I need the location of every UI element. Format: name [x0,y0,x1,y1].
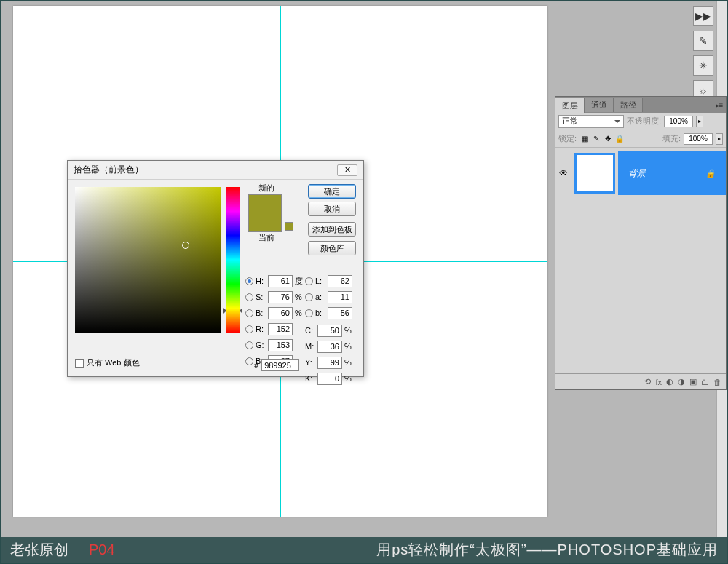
color-libraries-button[interactable]: 颜色库 [308,241,356,255]
radio-b[interactable] [245,309,253,317]
layer-item[interactable]: 👁 背景 🔒 [555,148,726,199]
opacity-flyout-icon[interactable]: ▸ [696,116,703,127]
input-c[interactable]: 50 [317,325,342,337]
value-grid-cmyk: C: 50 % M: 36 % Y: 99 % K: 0 % [305,322,356,386]
swatch-current [249,213,281,231]
input-h[interactable]: 61 [268,275,293,287]
input-r[interactable]: 152 [268,323,293,335]
label-l: L: [315,277,325,285]
hex-prefix: # [254,361,258,370]
input-s[interactable]: 76 [268,291,293,303]
layer-name: 背景 [628,167,646,180]
web-colors-only[interactable]: 只有 Web 颜色 [75,357,140,368]
blend-opacity-row: 正常 不透明度: 100% ▸ [555,113,726,130]
web-colors-label: 只有 Web 颜色 [87,357,140,368]
radio-a[interactable] [305,293,313,301]
radio-l[interactable] [305,277,313,285]
layers-footer: ⟲ fx ◐ ◑ ▣ 🗀 🗑 [555,373,726,389]
saturation-field[interactable] [75,187,221,333]
mask-icon[interactable]: ◐ [666,377,673,386]
history-icon[interactable]: ✎ [693,31,713,51]
label-g: G: [256,341,266,349]
dialog-title: 拾色器（前景色） [74,164,143,176]
link-layers-icon[interactable]: ⟲ [644,377,651,386]
add-swatch-button[interactable]: 添加到色板 [308,222,356,237]
lock-brush-icon[interactable]: ✎ [591,134,601,144]
layer-thumbnail[interactable] [574,153,615,194]
radio-g[interactable] [245,341,253,349]
label-r: R: [256,325,266,333]
radio-bb[interactable] [245,357,253,365]
layer-name-strip[interactable]: 背景 🔒 [618,151,726,195]
lock-position-icon[interactable]: ✥ [603,134,613,144]
input-lab-b[interactable]: 56 [328,307,352,319]
lock-label: 锁定: [558,133,577,144]
web-colors-checkbox[interactable] [75,359,84,368]
label-k: K: [305,374,315,383]
color-picker-dialog: 拾色器（前景色） ✕ 新的 当前 确定 取消 添加到色板 颜色库 [67,160,364,377]
input-m[interactable]: 36 [317,341,342,353]
value-grid-lab: L: 62 a: -11 b: 56 [305,273,352,321]
lock-fill-row: 锁定: ▦ ✎ ✥ 🔒 填充: 100% ▸ [555,130,726,148]
caption-author: 老张原创 [10,540,68,560]
caption-title: 用ps轻松制作“太极图”——PHOTOSHOP基础应用 [376,540,718,560]
panel-tabs: 图层 通道 路径 ▸≡ [555,97,726,113]
caption-page: P04 [89,541,115,558]
cancel-button[interactable]: 取消 [308,202,356,216]
adjustment-icon[interactable]: ✳ [693,55,713,76]
value-grid-left: H: 61 度 S: 76 % B: 60 % [245,273,306,369]
fill-flyout-icon[interactable]: ▸ [716,133,723,145]
input-g[interactable]: 153 [268,339,293,351]
opacity-value[interactable]: 100% [664,116,693,127]
layer-lock-icon: 🔒 [705,169,716,178]
tab-paths[interactable]: 路径 [614,98,643,112]
radio-h[interactable] [245,277,253,285]
hex-input[interactable]: 989925 [261,359,299,371]
color-cursor[interactable] [182,242,189,249]
blend-mode-select[interactable]: 正常 [558,115,624,128]
input-a[interactable]: -11 [328,291,352,303]
layer-list: 👁 背景 🔒 [555,148,726,373]
swatch-new [249,195,281,213]
workspace: ▶▶ ✎ ✳ ☼ 图层 通道 路径 ▸≡ 正常 不透明度: 100% ▸ 锁定:… [1,1,727,537]
label-m: M: [305,342,315,351]
swatch-compare[interactable] [248,194,282,232]
adjustment-layer-icon[interactable]: ◑ [678,377,685,386]
hue-slider-handle[interactable] [223,308,242,314]
close-button[interactable]: ✕ [337,164,357,176]
group-icon[interactable]: ▣ [689,377,697,386]
radio-r[interactable] [245,325,253,333]
panel-menu-icon[interactable]: ▸≡ [713,101,726,109]
warning-swatch[interactable] [285,222,293,231]
fx-icon[interactable]: fx [655,378,662,386]
input-l[interactable]: 62 [328,275,352,287]
label-y: Y: [305,358,315,367]
new-layer-icon[interactable]: 🗀 [701,378,709,386]
input-k[interactable]: 0 [317,373,342,385]
input-b[interactable]: 60 [268,307,293,319]
label-s: S: [256,293,266,301]
radio-lab-b[interactable] [305,309,313,317]
ok-button[interactable]: 确定 [308,184,356,199]
label-a: a: [315,293,325,301]
lock-pixels-icon[interactable]: ▦ [579,134,590,144]
dialog-titlebar[interactable]: 拾色器（前景色） ✕ [68,161,363,180]
tab-channels[interactable]: 通道 [585,98,614,112]
panel-toggle-icon[interactable]: ▶▶ [693,6,713,26]
current-color-label: 当前 [248,232,285,243]
fill-value[interactable]: 100% [684,133,713,145]
visibility-eye-icon[interactable]: 👁 [555,148,571,199]
tab-layers[interactable]: 图层 [555,98,585,113]
dialog-body: 新的 当前 确定 取消 添加到色板 颜色库 H: 61 度 [68,180,363,376]
caption-bar: 老张原创 P04 用ps轻松制作“太极图”——PHOTOSHOP基础应用 [1,537,727,563]
label-c: C: [305,326,315,335]
input-y[interactable]: 99 [317,357,342,369]
trash-icon[interactable]: 🗑 [713,378,721,386]
radio-s[interactable] [245,293,253,301]
lock-all-icon[interactable]: 🔒 [614,134,625,144]
fill-label: 填充: [662,133,681,144]
label-b: B: [256,309,266,317]
label-lab-b: b: [315,309,325,317]
right-tool-dock: ▶▶ ✎ ✳ ☼ [693,6,713,105]
hex-row: # 989925 [254,359,299,371]
